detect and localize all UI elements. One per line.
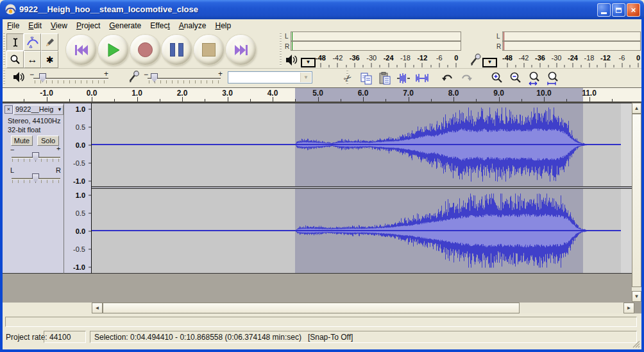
skip-to-end-button[interactable] <box>226 35 256 65</box>
menu-item-project[interactable]: Project <box>72 20 105 30</box>
toolbar-gripper[interactable] <box>3 33 5 66</box>
timeline-major-tick <box>47 97 47 101</box>
zoom-in-button[interactable] <box>489 70 505 86</box>
meter-scale-label: -6 <box>619 54 625 62</box>
meter-scale-minor-tick <box>564 65 565 67</box>
timeline-major-tick <box>228 97 228 101</box>
silence-button[interactable] <box>414 70 430 86</box>
title-bar[interactable]: 9922__Heigh_hoo__steam_locomotive_close … <box>0 0 644 19</box>
mixer-gripper[interactable] <box>3 71 5 85</box>
mute-button[interactable]: Mute <box>11 136 33 146</box>
cut-button[interactable]: ✂ <box>339 70 356 86</box>
menu-item-file[interactable]: File <box>3 20 24 30</box>
menu-item-view[interactable]: View <box>46 20 72 30</box>
scroll-right-button[interactable]: ► <box>623 303 634 313</box>
menu-item-analyze[interactable]: Analyze <box>174 20 211 30</box>
vruler-label: -0.5 <box>73 159 85 167</box>
draw-tool-button[interactable] <box>41 33 58 51</box>
output-meter[interactable]: LR▼-48-42-36-30-24-18-12-60 <box>284 31 462 68</box>
trim-icon <box>396 72 411 85</box>
window-border-right <box>641 18 644 349</box>
meter-zero-line <box>292 32 292 40</box>
trim-button[interactable] <box>395 70 412 86</box>
fit-project-button[interactable] <box>545 70 561 86</box>
meter-zero-line <box>504 32 504 40</box>
meter-zero-line <box>504 42 504 50</box>
scroll-left-button[interactable]: ◄ <box>92 303 103 313</box>
record-button[interactable] <box>130 35 160 65</box>
meter-scale-label: -42 <box>519 54 529 62</box>
skip-start-icon <box>74 44 89 56</box>
microphone-icon <box>470 53 482 67</box>
undo-button[interactable] <box>439 70 456 86</box>
zoom-out-icon <box>509 72 522 85</box>
menu-item-help[interactable]: Help <box>210 20 235 30</box>
input-meter[interactable]: LR▼-48-42-36-30-24-18-12-60 <box>463 31 641 68</box>
play-button[interactable] <box>98 35 128 65</box>
track-title-menu[interactable]: 9922__Heig ▼ <box>13 105 64 115</box>
skip-to-start-button[interactable] <box>66 35 96 65</box>
track-close-button[interactable]: × <box>4 105 13 114</box>
pause-button[interactable] <box>162 35 192 65</box>
timeline-label: -1.0 <box>40 89 53 98</box>
multi-tool-icon: ✱ <box>46 55 54 65</box>
maximize-button[interactable] <box>612 3 625 17</box>
vruler-label: 1.0 <box>76 105 85 113</box>
output-volume-icon <box>13 71 24 83</box>
menu-item-edit[interactable]: Edit <box>24 20 46 30</box>
meter-scale-label: -18 <box>400 54 411 62</box>
minimize-button[interactable] <box>597 3 611 17</box>
multi-tool-button[interactable]: ✱ <box>41 51 58 68</box>
timeline-major-tick <box>182 97 183 101</box>
hscroll-trough[interactable] <box>520 303 623 313</box>
vscroll-thumb[interactable] <box>632 114 641 287</box>
close-button[interactable]: × <box>627 3 640 17</box>
timeline-label: 1.0 <box>131 89 142 98</box>
input-source-combobox[interactable]: ▼ <box>228 71 312 84</box>
menu-item-effect[interactable]: Effect <box>146 20 174 30</box>
timeline-ruler[interactable]: -1.00.01.02.03.04.05.06.07.08.09.010.011… <box>3 88 641 101</box>
resize-grip[interactable] <box>632 340 640 348</box>
project-rate-value: 44100 <box>49 333 71 342</box>
meter-scale-minor-tick <box>448 65 448 67</box>
horizontal-scrollbar[interactable]: ◄ ► <box>3 303 641 313</box>
fit-project-icon <box>547 71 559 85</box>
menu-item-generate[interactable]: Generate <box>105 20 146 30</box>
timeline-label: 10.0 <box>536 89 551 98</box>
combo-value <box>228 74 231 83</box>
scroll-up-button[interactable]: ▲ <box>632 103 641 114</box>
meter-scale-tick <box>354 63 355 67</box>
solo-button[interactable]: Solo <box>37 136 59 146</box>
selection-tool-button[interactable] <box>6 33 24 51</box>
waveform-canvas[interactable] <box>92 103 632 274</box>
hscroll-thumb[interactable] <box>103 303 520 313</box>
envelope-tool-button[interactable] <box>24 33 41 51</box>
fit-selection-button[interactable] <box>526 70 543 86</box>
zoom-out-button[interactable] <box>507 70 524 86</box>
meter-bar-left <box>502 31 641 41</box>
pause-icon <box>170 43 183 57</box>
zoom-tool-button[interactable] <box>6 51 24 68</box>
status-message-field <box>5 317 637 327</box>
timeline-major-tick <box>544 97 545 101</box>
meter-scale-minor-tick <box>532 65 532 67</box>
project-rate-field[interactable]: 44100 <box>44 331 86 343</box>
timeline-label: 11.0 <box>582 89 597 98</box>
meter-toolbar-gripper[interactable] <box>280 33 282 66</box>
meter-bar-left <box>291 31 461 41</box>
time-shift-tool-button[interactable]: ↔ <box>24 51 41 68</box>
vertical-scrollbar[interactable]: ▲ ▼ <box>632 103 641 302</box>
meter-scale-minor-tick <box>580 65 581 67</box>
paste-button[interactable] <box>377 70 393 86</box>
input-slider-track[interactable] <box>148 78 221 80</box>
meter-dropdown-button[interactable]: ▼ <box>482 58 497 67</box>
redo-button[interactable] <box>458 70 475 86</box>
vruler-label: -1.0 <box>73 177 85 185</box>
scroll-down-button[interactable]: ▼ <box>632 291 641 302</box>
silence-icon <box>415 72 429 85</box>
stop-button[interactable] <box>194 35 224 65</box>
meter-dropdown-button[interactable]: ▼ <box>301 58 316 67</box>
copy-button[interactable] <box>358 70 375 86</box>
paste-icon <box>378 72 391 85</box>
volume-max-label: + <box>104 69 108 78</box>
